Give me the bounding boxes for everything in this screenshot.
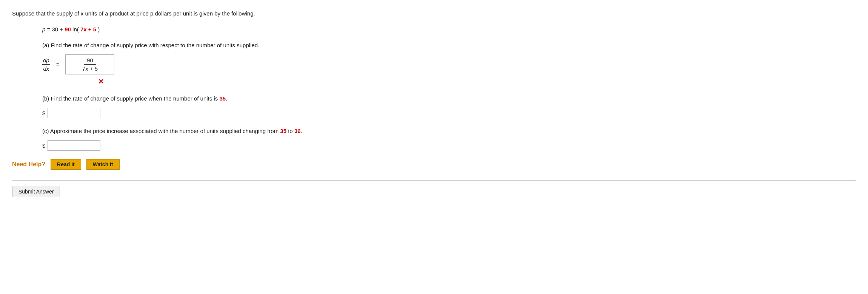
part-c-text-end: . — [301, 128, 302, 134]
part-a: (a) Find the rate of change of supply pr… — [42, 41, 856, 86]
equals-sign: = — [56, 61, 60, 68]
answer-box-a: 90 7x + 5 — [65, 54, 114, 74]
part-a-label: (a) Find the rate of change of supply pr… — [42, 41, 856, 50]
answer-fraction: 90 7x + 5 — [79, 56, 101, 73]
part-b-text-start: (b) Find the rate of change of supply pr… — [42, 95, 219, 102]
derivative-display: dp dx = 90 7x + 5 — [42, 54, 114, 74]
submit-answer-button[interactable]: Submit Answer — [12, 186, 60, 197]
part-c-highlight-to: 36 — [294, 128, 301, 134]
formula-constant2: 90 — [65, 26, 71, 32]
formula-inner: 7x + 5 — [80, 26, 96, 32]
submit-section: Submit Answer — [12, 180, 856, 197]
watch-it-button[interactable]: Watch It — [86, 159, 120, 170]
problem-intro: Suppose that the supply of x units of a … — [12, 9, 856, 18]
formula-line: p = 30 + 90 ln( 7x + 5 ) — [42, 25, 856, 34]
dx-denominator: dx — [42, 65, 50, 72]
part-b-highlight: 35 — [219, 95, 226, 102]
dollar-sign-b: $ — [42, 110, 45, 116]
part-c-label: (c) Approximate the price increase assoc… — [42, 127, 856, 136]
part-b-input[interactable] — [48, 108, 100, 118]
formula-constant1: 30 — [52, 26, 58, 32]
answer-numerator: 90 — [84, 56, 96, 65]
formula-plus1: + — [60, 26, 65, 32]
part-b-label: (b) Find the rate of change of supply pr… — [42, 94, 856, 103]
dp-numerator: dp — [42, 57, 50, 65]
part-b-input-row: $ — [42, 108, 856, 118]
formula-p: p — [42, 26, 45, 32]
dollar-sign-c: $ — [42, 142, 45, 149]
part-c-text-mid: to — [286, 128, 294, 134]
answer-denominator: 7x + 5 — [79, 65, 101, 73]
need-help-label: Need Help? — [12, 161, 45, 168]
part-b: (b) Find the rate of change of supply pr… — [42, 94, 856, 118]
formula-ln: ln( — [72, 26, 79, 32]
part-b-text-end: . — [226, 95, 227, 102]
wrong-mark-a: ✕ — [98, 78, 104, 85]
dp-dx-fraction: dp dx — [42, 57, 50, 72]
read-it-button[interactable]: Read It — [51, 159, 81, 170]
part-c-highlight-from: 35 — [280, 128, 286, 134]
part-c-input[interactable] — [48, 140, 100, 151]
need-help-section: Need Help? Read It Watch It — [12, 159, 856, 170]
part-c: (c) Approximate the price increase assoc… — [42, 127, 856, 151]
part-c-input-row: $ — [42, 140, 856, 151]
formula-eq: = — [47, 26, 52, 32]
formula-close: ) — [98, 26, 100, 32]
part-c-text-start: (c) Approximate the price increase assoc… — [42, 128, 280, 134]
